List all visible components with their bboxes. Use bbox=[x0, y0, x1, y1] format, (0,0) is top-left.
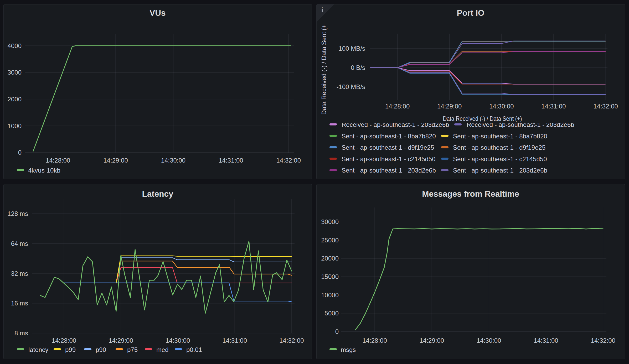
svg-text:0: 0 bbox=[18, 149, 22, 156]
svg-text:0 B/s: 0 B/s bbox=[351, 64, 365, 71]
svg-text:Sent - ap-southeast-1 - c2145d: Sent - ap-southeast-1 - c2145d50 bbox=[453, 155, 547, 163]
svg-text:32 ms: 32 ms bbox=[11, 270, 28, 277]
svg-text:0: 0 bbox=[335, 328, 339, 335]
svg-text:14:28:00: 14:28:00 bbox=[362, 337, 387, 344]
svg-text:3000: 3000 bbox=[8, 69, 22, 76]
svg-text:25000: 25000 bbox=[321, 237, 339, 244]
svg-text:Latency: Latency bbox=[142, 189, 173, 199]
svg-text:p90: p90 bbox=[96, 346, 106, 353]
svg-text:Sent - ap-southeast-1 - 203d2e: Sent - ap-southeast-1 - 203d2e6b bbox=[342, 167, 436, 174]
svg-text:Messages from Realtime: Messages from Realtime bbox=[422, 189, 519, 199]
svg-text:4kvus-10kb: 4kvus-10kb bbox=[28, 167, 60, 174]
svg-text:14:32:00: 14:32:00 bbox=[591, 337, 615, 344]
svg-text:Received - ap-southeast-1 - 20: Received - ap-southeast-1 - 203d2e6b bbox=[467, 121, 574, 128]
svg-text:14:30:00: 14:30:00 bbox=[489, 103, 514, 110]
svg-text:p75: p75 bbox=[127, 346, 138, 353]
svg-text:Port IO: Port IO bbox=[457, 8, 484, 18]
svg-text:Data Received (-) / Data Sent: Data Received (-) / Data Sent (+) bbox=[443, 115, 522, 122]
svg-text:14:28:00: 14:28:00 bbox=[385, 103, 410, 110]
svg-text:15000: 15000 bbox=[321, 273, 339, 280]
svg-text:14:32:00: 14:32:00 bbox=[279, 337, 304, 344]
svg-text:14:29:00: 14:29:00 bbox=[103, 157, 128, 164]
svg-text:10000: 10000 bbox=[321, 292, 339, 299]
svg-text:Data Received (-) / Data Sent: Data Received (-) / Data Sent (+ bbox=[320, 25, 327, 115]
svg-text:16 ms: 16 ms bbox=[11, 300, 28, 307]
svg-text:Sent - ap-southeast-1 - c2145d: Sent - ap-southeast-1 - c2145d50 bbox=[342, 155, 436, 163]
svg-text:latency: latency bbox=[28, 346, 48, 353]
svg-text:14:28:00: 14:28:00 bbox=[52, 337, 76, 344]
svg-text:Sent - ap-southeast-1 - 8ba7b8: Sent - ap-southeast-1 - 8ba7b820 bbox=[453, 133, 547, 140]
svg-text:Sent - ap-southeast-1 - 8ba7b8: Sent - ap-southeast-1 - 8ba7b820 bbox=[342, 133, 436, 140]
svg-text:14:29:00: 14:29:00 bbox=[437, 103, 462, 110]
svg-text:i: i bbox=[321, 6, 323, 14]
svg-text:Sent - ap-southeast-1 - d9f19e: Sent - ap-southeast-1 - d9f19e25 bbox=[342, 144, 434, 151]
svg-text:msgs: msgs bbox=[341, 346, 356, 353]
svg-text:4000: 4000 bbox=[8, 42, 22, 49]
svg-text:-100 MB/s: -100 MB/s bbox=[337, 83, 365, 90]
svg-text:14:29:00: 14:29:00 bbox=[420, 337, 444, 344]
svg-text:30000: 30000 bbox=[321, 218, 339, 225]
svg-text:Sent - ap-southeast-1 - 203d2e: Sent - ap-southeast-1 - 203d2e6b bbox=[453, 167, 547, 174]
svg-text:14:32:00: 14:32:00 bbox=[276, 157, 301, 164]
svg-text:14:30:00: 14:30:00 bbox=[161, 157, 185, 164]
svg-text:med: med bbox=[156, 346, 169, 353]
svg-text:14:28:00: 14:28:00 bbox=[46, 157, 70, 164]
svg-text:p0.01: p0.01 bbox=[186, 346, 202, 353]
svg-text:VUs: VUs bbox=[149, 8, 166, 18]
svg-text:14:30:00: 14:30:00 bbox=[477, 337, 501, 344]
svg-text:1000: 1000 bbox=[8, 122, 22, 129]
svg-text:14:29:00: 14:29:00 bbox=[109, 337, 133, 344]
svg-text:100 MB/s: 100 MB/s bbox=[339, 45, 365, 52]
svg-text:14:32:00: 14:32:00 bbox=[593, 103, 618, 110]
svg-text:5000: 5000 bbox=[325, 310, 339, 317]
svg-text:14:30:00: 14:30:00 bbox=[166, 337, 190, 344]
svg-text:14:31:00: 14:31:00 bbox=[534, 337, 558, 344]
svg-text:64 ms: 64 ms bbox=[11, 240, 28, 247]
svg-text:p99: p99 bbox=[65, 346, 76, 353]
svg-text:14:31:00: 14:31:00 bbox=[219, 157, 243, 164]
svg-text:Sent - ap-southeast-1 - d9f19e: Sent - ap-southeast-1 - d9f19e25 bbox=[453, 144, 545, 151]
svg-text:2000: 2000 bbox=[8, 96, 22, 103]
svg-text:8 ms: 8 ms bbox=[14, 330, 28, 337]
svg-text:14:31:00: 14:31:00 bbox=[223, 337, 247, 344]
svg-text:20000: 20000 bbox=[321, 255, 339, 262]
svg-text:Received - ap-southeast-1 - 20: Received - ap-southeast-1 - 203d2e6b bbox=[342, 121, 449, 128]
svg-text:14:31:00: 14:31:00 bbox=[541, 103, 566, 110]
svg-text:128 ms: 128 ms bbox=[7, 210, 28, 217]
